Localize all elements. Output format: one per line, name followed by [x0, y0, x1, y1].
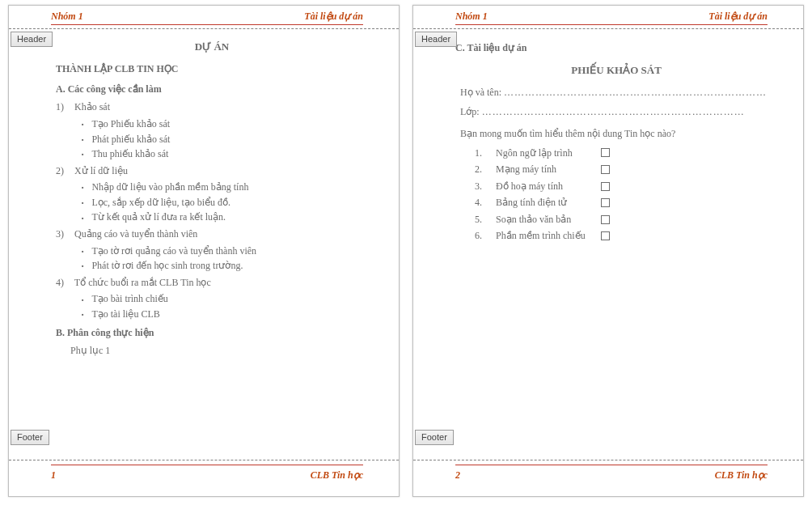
page-1: Nhóm 1 Tài liệu dự án Header DỰ ÁN THÀNH…	[8, 5, 400, 497]
footer-separator	[9, 460, 399, 460]
footer-rule	[51, 465, 363, 465]
subtask: Từ kết quả xử lí đưa ra kết luận.	[82, 210, 368, 225]
subtask: Tạo tờ rơi quảng cáo và tuyển thành viên	[82, 244, 368, 259]
subtask-list: Nhập dữ liệu vào phần mềm bảng tính Lọc,…	[82, 180, 368, 225]
survey-option: 2. Mạng máy tính	[475, 161, 772, 178]
subtask: Tạo Phiếu khảo sát	[82, 117, 368, 132]
page-header: Nhóm 1 Tài liệu dự án	[413, 6, 803, 24]
page-footer: 2 CLB Tin học	[413, 466, 803, 482]
header-right: Tài liệu dự án	[304, 11, 363, 23]
task-item: 2) Xử lí dữ liệu Nhập dữ liệu vào phần m…	[56, 163, 368, 225]
checkbox-icon[interactable]	[601, 165, 610, 174]
survey-options: 1. Ngôn ngữ lập trình 2. Mạng máy tính 3…	[475, 145, 772, 245]
subtask: Phát tờ rơi đến học sinh trong trường.	[82, 258, 368, 274]
task-item: 3) Quảng cáo và tuyển thành viên Tạo tờ …	[56, 227, 368, 274]
subtask-list: Tạo bài trình chiếu Tạo tài liệu CLB	[82, 291, 368, 321]
checkbox-icon[interactable]	[601, 198, 610, 207]
footer-tab[interactable]: Footer	[415, 430, 454, 445]
survey-question: Bạn mong muốn tìm hiểu thêm nội dung Tin…	[460, 126, 772, 142]
subtask: Thu phiếu khảo sát	[82, 146, 368, 162]
header-right: Tài liệu dự án	[708, 11, 768, 23]
footer-right: CLB Tin học	[311, 469, 363, 482]
subtask-list: Tạo tờ rơi quảng cáo và tuyển thành viên…	[82, 244, 368, 274]
section-a: A. Các công việc cần làm	[56, 82, 368, 97]
header-left: Nhóm 1	[51, 11, 83, 23]
document-workspace: Nhóm 1 Tài liệu dự án Header DỰ ÁN THÀNH…	[0, 0, 812, 502]
survey-option: 1. Ngôn ngữ lập trình	[475, 145, 772, 162]
footer-tab[interactable]: Footer	[11, 430, 49, 445]
survey-option: 4. Bảng tính điện tử	[475, 194, 772, 211]
checkbox-icon[interactable]	[601, 182, 610, 191]
subtask-list: Tạo Phiếu khảo sát Phát phiếu khảo sát T…	[82, 117, 368, 162]
project-title: THÀNH LẬP CLB TIN HỌC	[56, 62, 368, 77]
appendix-label: Phụ lục 1	[70, 343, 368, 359]
subtask: Phát phiếu khảo sát	[82, 132, 368, 147]
header-separator	[413, 28, 803, 29]
footer-page-number: 2	[455, 469, 460, 482]
subtask: Nhập dữ liệu vào phần mềm bảng tính	[82, 180, 368, 195]
task-list: 1) Khảo sát Tạo Phiếu khảo sát Phát phiế…	[56, 100, 368, 321]
footer-page-number: 1	[51, 469, 56, 482]
checkbox-icon[interactable]	[601, 148, 610, 157]
section-c: C. Tài liệu dự án	[455, 40, 772, 56]
footer-rule	[455, 465, 768, 465]
header-tab[interactable]: Header	[11, 32, 53, 47]
section-b: B. Phân công thực hiện	[56, 325, 368, 341]
task-item: 4) Tổ chức buổi ra mắt CLB Tin học Tạo b…	[56, 275, 368, 322]
project-label: DỰ ÁN	[56, 39, 368, 55]
page-header: Nhóm 1 Tài liệu dự án	[9, 6, 399, 24]
subtask: Tạo tài liệu CLB	[82, 307, 368, 322]
header-rule	[51, 24, 363, 25]
subtask: Lọc, sắp xếp dữ liệu, tạo biểu đồ.	[82, 195, 368, 210]
page1-body[interactable]: DỰ ÁN THÀNH LẬP CLB TIN HỌC A. Các công …	[9, 29, 399, 367]
survey-option: 3. Đồ hoạ máy tính	[475, 178, 772, 195]
checkbox-icon[interactable]	[601, 215, 610, 224]
survey-option: 5. Soạn thảo văn bản	[475, 211, 772, 228]
page-footer: 1 CLB Tin học	[9, 466, 399, 482]
header-tab[interactable]: Header	[415, 32, 457, 47]
footer-right: CLB Tin học	[715, 469, 768, 482]
header-left: Nhóm 1	[455, 11, 488, 23]
footer-separator	[413, 460, 803, 460]
checkbox-icon[interactable]	[601, 231, 610, 240]
page2-body[interactable]: C. Tài liệu dự án PHIẾU KHẢO SÁT Họ và t…	[413, 29, 803, 252]
page-2: Nhóm 1 Tài liệu dự án Header C. Tài liệu…	[412, 5, 804, 497]
header-rule	[455, 24, 768, 25]
subtask: Tạo bài trình chiếu	[82, 291, 368, 307]
task-item: 1) Khảo sát Tạo Phiếu khảo sát Phát phiế…	[56, 100, 368, 161]
class-field: Lớp: …………………………………………………………………	[460, 104, 772, 120]
name-field: Họ và tên: …………………………………………………………………	[460, 85, 772, 100]
survey-title: PHIẾU KHẢO SÁT	[460, 62, 772, 79]
header-separator	[9, 28, 399, 29]
survey-option: 6. Phần mềm trình chiếu	[475, 227, 772, 244]
